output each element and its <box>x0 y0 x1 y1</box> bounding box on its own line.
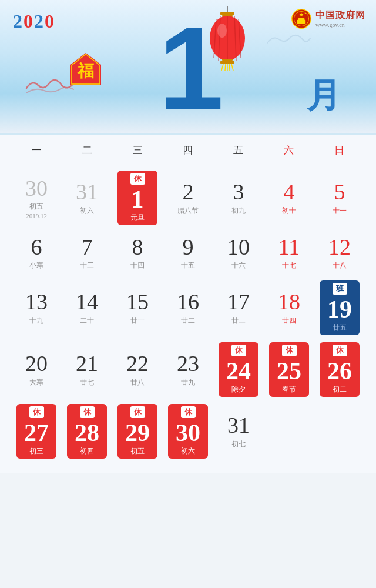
cal-day-18: 18 廿四 <box>264 278 314 338</box>
cal-day-23: 23 廿九 <box>163 340 213 399</box>
cal-day-4: 4 初十 <box>264 168 314 228</box>
cal-day-5: 5 十一 <box>315 168 364 228</box>
weekday-tue: 二 <box>62 143 113 157</box>
cal-day-17: 17 廿三 <box>214 278 263 338</box>
svg-rect-17 <box>220 61 234 64</box>
cal-day-8: 8 十四 <box>113 230 162 276</box>
calendar-grid: 30 初五 2019.12 31 初六 休 1 元旦 2 腊八节 3 初九 <box>12 168 364 461</box>
cal-day-2: 2 腊八节 <box>163 168 213 228</box>
weekday-header: 一 二 三 四 五 六 日 <box>12 135 364 163</box>
cal-day-19: 班 19 廿五 <box>315 278 364 338</box>
svg-rect-3 <box>298 18 305 21</box>
holiday-1: 休 1 元旦 <box>118 171 157 225</box>
cal-day-21: 21 廿七 <box>62 340 112 399</box>
cal-day-29: 休 29 初五 <box>113 402 162 461</box>
year-logo: 2020 <box>13 11 55 32</box>
cal-day-27: 休 27 初三 <box>12 402 61 461</box>
svg-line-18 <box>221 64 223 71</box>
holiday-25: 休 25 春节 <box>269 342 309 397</box>
cal-day-16: 16 廿二 <box>163 278 213 338</box>
holiday-27: 休 27 初三 <box>16 404 56 459</box>
cal-day-22: 22 廿八 <box>113 340 162 399</box>
cal-day-7: 7 十三 <box>62 230 112 276</box>
holiday-30: 休 30 初六 <box>168 404 208 459</box>
cal-day-12: 12 十八 <box>315 230 364 276</box>
weekday-mon: 一 <box>12 143 62 157</box>
workday-19: 班 19 廿五 <box>320 280 360 335</box>
cal-day-30-prev: 30 初五 2019.12 <box>12 168 61 228</box>
cal-day-20: 20 大寒 <box>12 340 61 399</box>
cal-day-6: 6 小寒 <box>12 230 61 276</box>
cal-day-13: 13 十九 <box>12 278 61 338</box>
cal-day-28: 休 28 初四 <box>62 402 112 461</box>
cal-day-10: 10 十六 <box>214 230 263 276</box>
holiday-24: 休 24 除夕 <box>219 342 258 397</box>
gov-url-text: www.gov.cn <box>315 22 365 28</box>
cal-empty-1 <box>264 402 314 461</box>
cloud-left-decoration <box>24 76 76 98</box>
svg-point-15 <box>217 24 227 38</box>
svg-line-19 <box>225 64 226 71</box>
cal-day-30: 休 30 初六 <box>163 402 213 461</box>
weekday-fri: 五 <box>213 143 264 157</box>
cal-day-25: 休 25 春节 <box>264 340 314 399</box>
weekday-wed: 三 <box>112 143 163 157</box>
cal-day-11: 11 十七 <box>264 230 314 276</box>
cal-day-3: 3 初九 <box>214 168 263 228</box>
svg-rect-7 <box>220 12 234 15</box>
holiday-28: 休 28 初四 <box>67 404 107 459</box>
holiday-26: 休 26 初二 <box>320 342 360 397</box>
weekday-thu: 四 <box>163 143 213 157</box>
cal-empty-2 <box>315 402 364 461</box>
fu-tag-decoration: 福 <box>70 53 101 91</box>
svg-rect-2 <box>297 20 306 24</box>
holiday-29: 休 29 初五 <box>118 404 157 459</box>
svg-text:福: 福 <box>77 62 94 80</box>
weekday-sat: 六 <box>264 143 314 157</box>
cal-day-14: 14 二十 <box>62 278 112 338</box>
gov-emblem-icon <box>291 8 312 29</box>
cal-day-31-prev: 31 初六 <box>62 168 112 228</box>
month-yue-char: 月 <box>307 73 341 119</box>
cal-day-24: 休 24 除夕 <box>214 340 263 399</box>
gov-title-text: 中国政府网 <box>315 9 365 22</box>
cal-day-26: 休 26 初二 <box>315 340 364 399</box>
cal-day-9: 9 十五 <box>163 230 213 276</box>
lantern-decoration <box>206 6 250 73</box>
cal-day-1: 休 1 元旦 <box>113 168 162 228</box>
calendar-header: 2020 中国政府网 www.gov.cn 1 <box>0 0 376 135</box>
svg-line-21 <box>229 64 230 71</box>
svg-rect-16 <box>222 59 233 61</box>
calendar-section: 一 二 三 四 五 六 日 30 初五 2019.12 31 初六 休 1 元旦 <box>0 135 376 473</box>
svg-line-22 <box>231 64 233 71</box>
cloud-right-decoration <box>264 32 311 51</box>
gov-logo: 中国政府网 www.gov.cn <box>291 8 365 29</box>
cal-day-31: 31 初七 <box>214 402 263 461</box>
gov-text: 中国政府网 www.gov.cn <box>315 9 365 28</box>
weekday-sun: 日 <box>314 143 364 157</box>
cal-day-15: 15 廿一 <box>113 278 162 338</box>
